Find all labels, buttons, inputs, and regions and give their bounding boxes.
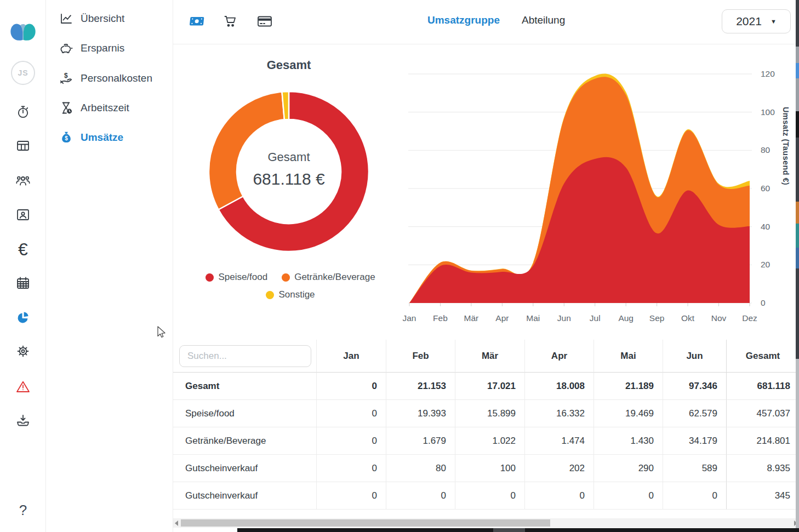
y-axis-label: 120 (761, 68, 784, 79)
area-chart[interactable] (400, 55, 761, 312)
chevron-down-icon: ▼ (771, 18, 777, 25)
table-icon[interactable] (0, 138, 46, 153)
table-cell: 15.899 (455, 400, 525, 427)
sidebar-item-ersparnis[interactable]: Ersparnis (46, 37, 173, 60)
table-cell: 19.469 (594, 400, 663, 427)
x-axis-label: Sep (642, 313, 672, 323)
table-cell: 202 (525, 455, 594, 482)
x-axis-label: Mai (518, 313, 549, 323)
x-axis-label: Nov (704, 313, 734, 323)
x-axis-label: Jun (549, 313, 579, 323)
row-label: Gutscheinverkauf (173, 455, 317, 482)
icon-rail: JS € ? (0, 0, 46, 532)
sidebar-item-arbeitszeit[interactable]: Arbeitszeit (46, 96, 173, 119)
column-header-jun: Jun (663, 340, 727, 373)
main-content: Umsatzgruppe Abteilung 2021 ▼ Gesamt Ges… (173, 0, 799, 532)
stopwatch-icon[interactable] (0, 104, 46, 119)
year-value: 2021 (736, 15, 762, 28)
table-header-empty (173, 340, 317, 373)
donut-chart[interactable] (208, 91, 369, 252)
table-cell: 0 (317, 373, 386, 400)
sidebar-menu: Übersicht Ersparnis $ Personalkosten Arb… (46, 0, 173, 532)
x-axis-label: Dez (734, 313, 765, 323)
column-header-feb: Feb (386, 340, 455, 373)
sidebar-item-uebersicht[interactable]: Übersicht (46, 7, 173, 30)
table-cell: 1.022 (455, 427, 525, 455)
table-cell: 21.153 (386, 373, 455, 400)
user-avatar[interactable]: JS (0, 61, 46, 85)
svg-text:$: $ (65, 135, 68, 141)
credit-card-icon[interactable] (254, 11, 275, 32)
hourglass-clock-icon (59, 101, 73, 115)
legend-dot-orange (282, 273, 290, 282)
table-cell: 214.801 (727, 427, 799, 455)
table-cell: 0 (386, 482, 455, 510)
table-cell: 0 (317, 455, 386, 482)
gear-icon[interactable] (0, 344, 46, 359)
table-cell: 16.332 (525, 400, 594, 427)
table-cell: 0 (317, 427, 386, 455)
year-selector[interactable]: 2021 ▼ (722, 9, 791, 33)
pie-chart-icon[interactable] (0, 310, 46, 325)
y-axis-label: 0 (761, 298, 784, 308)
donut-slice-1[interactable] (209, 92, 284, 210)
tab-abteilung[interactable]: Abteilung (522, 14, 565, 26)
table-cell: 100 (455, 455, 525, 482)
bottom-edge-bar (237, 528, 799, 532)
butterfly-logo[interactable] (0, 20, 46, 43)
donut-title: Gesamt (208, 58, 369, 72)
contact-card-icon[interactable] (0, 207, 46, 222)
scrollbar-thumb[interactable] (181, 519, 550, 527)
column-header-jan: Jan (317, 340, 386, 373)
legend-dot-red (206, 273, 214, 282)
scroll-left-arrow[interactable] (175, 520, 178, 526)
piggy-bank-icon (59, 41, 73, 55)
tab-umsatzgruppe[interactable]: Umsatzgruppe (427, 14, 500, 26)
table-cell: 290 (594, 455, 663, 482)
table-cell: 1.430 (594, 427, 663, 455)
warning-icon[interactable] (0, 379, 46, 394)
table-cell: 589 (663, 455, 727, 482)
table-cell: 1.474 (525, 427, 594, 455)
cart-icon[interactable] (220, 11, 241, 32)
sidebar-item-umsaetze[interactable]: $ Umsätze (46, 126, 173, 149)
money-bag-icon: $ (59, 130, 73, 145)
x-axis-label: Jul (580, 313, 610, 323)
sidebar-item-label: Übersicht (81, 13, 124, 25)
y-axis-label: 60 (761, 183, 784, 194)
table-cell: 0 (594, 482, 663, 510)
table-cell: 0 (317, 482, 386, 510)
table-cell: 21.189 (594, 373, 663, 400)
sidebar-item-label: Umsätze (81, 131, 123, 144)
banknote-icon[interactable] (186, 11, 207, 32)
y-axis-label: 100 (761, 107, 784, 118)
table-cell: 80 (386, 455, 455, 482)
sidebar-item-label: Personalkosten (81, 72, 152, 84)
x-axis-label: Aug (610, 313, 641, 323)
y-axis-label: 40 (761, 221, 784, 232)
euro-icon[interactable]: € (0, 240, 46, 259)
row-label: Getränke/Beverage (173, 427, 317, 455)
table-cell: 0 (525, 482, 594, 510)
x-axis-label: Mär (456, 313, 487, 323)
column-header-mr: Mär (455, 340, 525, 373)
help-icon[interactable]: ? (0, 502, 46, 518)
revenue-table: JanFebMärAprMaiJunGesamtGesamt021.15317.… (173, 340, 799, 510)
download-icon[interactable] (0, 413, 46, 428)
sidebar-item-personalkosten[interactable]: $ Personalkosten (46, 67, 173, 90)
legend-item-getraenke[interactable]: Getränke/Beverage (282, 272, 375, 283)
x-axis-label: Feb (425, 313, 455, 323)
table-cell: 0 (663, 482, 727, 510)
table-cell: 457.037 (727, 400, 799, 427)
y-axis-label: 20 (761, 259, 784, 270)
horizontal-scrollbar[interactable] (173, 518, 799, 528)
butterfly-logo-icon (10, 20, 36, 43)
legend-dot-yellow (266, 291, 274, 299)
team-icon[interactable] (0, 173, 46, 188)
legend-item-speise[interactable]: Speise/food (206, 272, 267, 283)
x-axis-label: Jan (394, 313, 425, 323)
legend-item-sonstige[interactable]: Sonstige (266, 289, 315, 300)
table-cell: 681.118 (727, 373, 799, 400)
table-cell: 1.679 (386, 427, 455, 455)
calendar-icon[interactable] (0, 276, 46, 291)
